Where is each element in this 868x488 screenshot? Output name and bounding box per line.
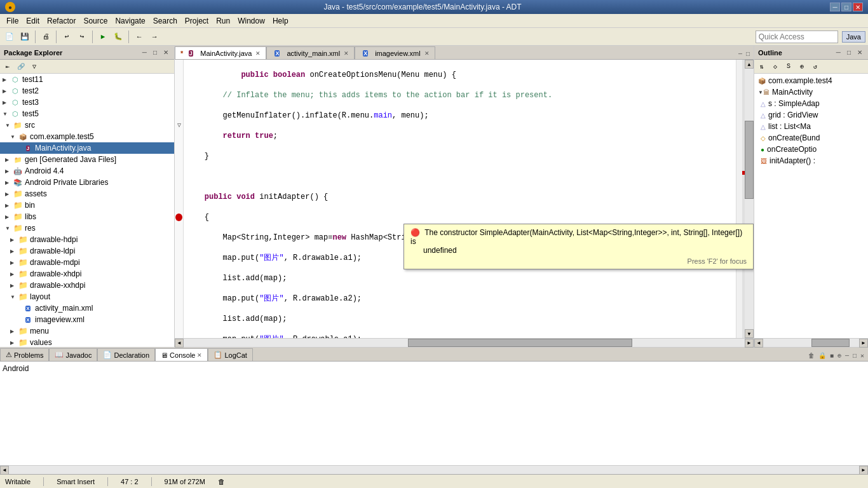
editor-tab-activity-main[interactable]: X activity_main.xml ✕ [266,46,355,59]
editor-tab-mainactivity[interactable]: * J MainActivity.java ✕ [175,46,266,59]
undo-button[interactable]: ↩ [60,30,74,44]
console-close-btn[interactable]: ✕ [197,352,202,358]
tree-item-test2[interactable]: ▶ ⬡ test2 [0,85,174,97]
editor-minimize-button[interactable]: ─ [737,50,743,59]
tree-item-menu[interactable]: ▶ 📁 menu [0,325,174,337]
bottom-tab-problems[interactable]: ⚠ Problems [0,348,49,361]
tree-item-gen[interactable]: ▶ 📁 gen [Generated Java Files] [0,154,174,165]
tree-item-src[interactable]: ▼ 📁 src [0,119,174,131]
package-explorer-maximize[interactable]: □ [151,48,159,57]
tree-item-drawable-ldpi[interactable]: ▶ 📁 drawable-ldpi [0,245,174,257]
collapse-all-button[interactable]: ⇤ [1,61,14,72]
close-tab-imageview[interactable]: ✕ [424,50,430,57]
close-tab-mainactivity[interactable]: ✕ [255,50,261,57]
hscroll-left-button[interactable]: ◀ [175,339,184,348]
tree-item-test3[interactable]: ▶ ⬡ test3 [0,97,174,108]
view-menu-button[interactable]: ▽ [28,61,41,72]
hscroll-thumb[interactable] [408,339,632,347]
outline-item-oncreateoptionsmenu[interactable]: ● onCreateOptio [756,144,867,155]
scroll-thumb[interactable] [745,121,754,199]
menu-help[interactable]: Help [269,15,292,27]
debug-button[interactable]: 🐛 [111,30,125,44]
editor-maximize-button[interactable]: □ [745,50,751,59]
tree-item-activity-main-xml[interactable]: X activity_main.xml [0,302,174,314]
bottom-minimize-button[interactable]: ─ [844,351,850,361]
redo-button[interactable]: ↪ [75,30,89,44]
new-button[interactable]: 📄 [3,30,17,44]
scroll-up-button[interactable]: ▲ [745,60,754,69]
tree-item-private-libs[interactable]: ▶ 📚 Android Private Libraries [0,177,174,188]
menu-source[interactable]: Source [79,15,111,27]
code-content[interactable]: public boolean onCreateOptionsMenu(Menu … [184,60,736,338]
scroll-track[interactable] [745,69,754,329]
tree-item-res[interactable]: ▼ 📁 res [0,222,174,234]
back-button[interactable]: ← [132,30,146,44]
tree-item-test11[interactable]: ▶ ⬡ test11 [0,74,174,85]
outline-hide-nonpublic-button[interactable]: ⊕ [796,61,808,72]
bottom-maximize-button[interactable]: □ [851,351,858,361]
minimize-button[interactable]: ─ [830,3,840,11]
quick-access-input[interactable] [759,32,835,41]
outline-hscrollbar[interactable]: ◀ ▶ [754,338,868,347]
console-hscroll-right[interactable]: ▶ [859,466,868,475]
console-new-button[interactable]: ⊕ [836,351,843,361]
package-explorer-minimize[interactable]: ─ [140,48,149,57]
bottom-close-button[interactable]: ✕ [859,351,865,361]
outline-minimize[interactable]: ─ [834,48,843,57]
editor-tab-imageview[interactable]: X imageview.xml ✕ [355,46,435,59]
outline-item-initadapter[interactable]: 🖼 initAdapter() : [756,155,867,166]
close-tab-activity-main[interactable]: ✕ [344,50,349,57]
tree-item-values[interactable]: ▶ 📁 values [0,337,174,347]
outline-item-grid[interactable]: △ grid : GridView [756,109,867,121]
hscroll-track[interactable] [184,339,745,347]
console-hscroll-track[interactable] [9,466,859,474]
bottom-tab-javadoc[interactable]: 📖 Javadoc [49,348,97,361]
tree-item-drawable-xxhdpi[interactable]: ▶ 📁 drawable-xxhdpi [0,280,174,291]
java-perspective-button[interactable]: Java [842,31,865,43]
bottom-tab-logcat[interactable]: 📋 LogCat [208,348,252,361]
console-terminate-button[interactable]: ■ [829,351,835,361]
menu-refactor[interactable]: Refactor [43,15,79,27]
menu-project[interactable]: Project [181,15,212,27]
gc-button[interactable]: 🗑 [218,478,225,485]
run-button[interactable]: ▶ [96,30,110,44]
outline-item-oncreate[interactable]: ◇ onCreate(Bund [756,132,867,144]
tree-item-drawable-mdpi[interactable]: ▶ 📁 drawable-mdpi [0,257,174,268]
tree-item-imageview-xml[interactable]: X imageview.xml [0,314,174,325]
console-hscrollbar[interactable]: ◀ ▶ [0,465,868,474]
tree-item-assets[interactable]: ▶ 📁 assets [0,188,174,200]
outline-hscroll-left[interactable]: ◀ [754,339,763,348]
outline-hide-static-button[interactable]: S [782,61,795,72]
maximize-button[interactable]: □ [841,3,851,11]
outline-hide-fields-button[interactable]: ◇ [769,61,782,72]
console-scroll-lock-button[interactable]: 🔒 [817,351,827,361]
outline-sort-button[interactable]: ⇅ [756,61,768,72]
tree-item-test5[interactable]: ▼ ⬡ test5 [0,108,174,119]
tree-item-bin[interactable]: ▶ 📁 bin [0,200,174,211]
collapse-arrow-initadapter[interactable]: ▽ [176,122,181,129]
outline-sync-button[interactable]: ↺ [809,61,822,72]
menu-search[interactable]: Search [149,15,181,27]
tree-item-layout[interactable]: ▼ 📁 layout [0,291,174,302]
tree-item-android44[interactable]: ▶ 🤖 Android 4.4 [0,165,174,177]
menu-edit[interactable]: Edit [22,15,43,27]
tree-item-mainactivity-java[interactable]: J MainActivity.java [0,142,174,154]
console-clear-button[interactable]: 🗑 [807,351,816,361]
outline-hscroll-thumb[interactable] [811,339,850,347]
outline-maximize[interactable]: □ [845,48,853,57]
outline-hscroll-track[interactable] [763,339,859,347]
outline-item-mainactivity-class[interactable]: ▼ 🏛 MainActivity [756,86,867,98]
tree-item-drawable-xhdpi[interactable]: ▶ 📁 drawable-xhdpi [0,268,174,280]
horizontal-scrollbar[interactable]: ◀ ▶ [175,338,754,347]
close-button[interactable]: ✕ [853,3,863,11]
print-button[interactable]: 🖨 [39,30,53,44]
tree-item-drawable-hdpi[interactable]: ▶ 📁 drawable-hdpi [0,234,174,245]
outline-item-s[interactable]: △ s : SimpleAdap [756,98,867,109]
tree-item-libs[interactable]: ▶ 📁 libs [0,211,174,222]
outline-hscroll-right[interactable]: ▶ [859,339,868,348]
bottom-tab-declaration[interactable]: 📄 Declaration [97,348,155,361]
link-editor-button[interactable]: 🔗 [15,61,27,72]
menu-navigate[interactable]: Navigate [111,15,149,27]
menu-window[interactable]: Window [234,15,269,27]
menu-run[interactable]: Run [212,15,234,27]
